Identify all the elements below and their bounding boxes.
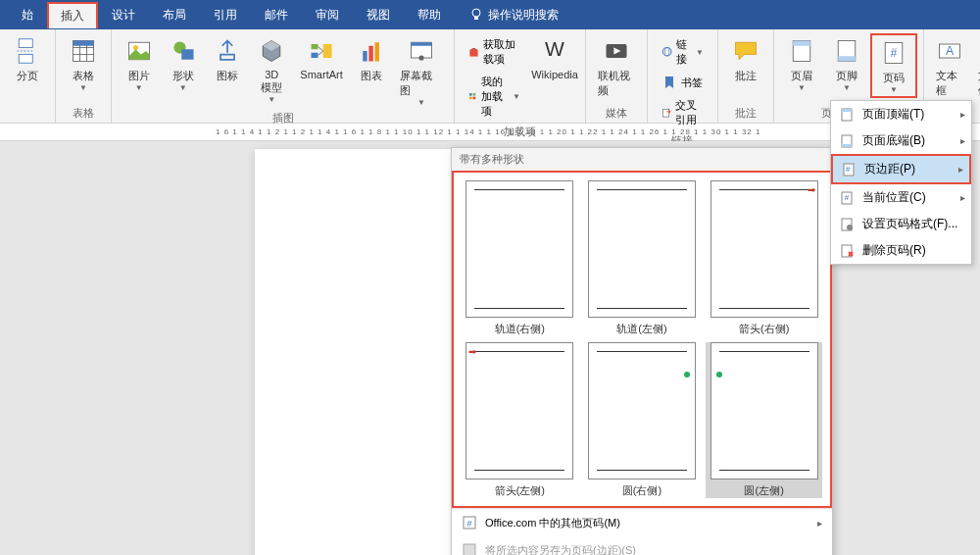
gallery-item-circle-right[interactable]: 圆(右侧) <box>584 342 701 498</box>
picture-icon <box>123 35 155 67</box>
svg-text:A: A <box>946 44 955 58</box>
svg-point-0 <box>472 9 480 17</box>
tab-mail[interactable]: 邮件 <box>251 1 302 29</box>
bookmark-button[interactable]: 书签 <box>658 73 708 92</box>
svg-point-25 <box>418 55 423 60</box>
svg-line-18 <box>318 47 323 51</box>
menu-page-top[interactable]: 页面顶端(T)▸ <box>831 101 971 127</box>
link-icon <box>662 44 672 60</box>
addins-icon <box>468 89 476 105</box>
screenshot-button[interactable]: 屏幕截图▼ <box>394 33 448 109</box>
svg-text:#: # <box>846 165 851 174</box>
page-break-button[interactable]: 分页 <box>6 33 49 85</box>
chart-icon <box>356 35 387 67</box>
bookmark-icon <box>662 75 677 90</box>
menu-page-bottom[interactable]: 页面底端(B)▸ <box>831 127 971 154</box>
svg-text:#: # <box>891 46 898 60</box>
format-icon <box>839 217 855 232</box>
icons-button[interactable]: 图标 <box>206 33 248 85</box>
svg-text:#: # <box>466 519 471 529</box>
gallery-item-arrow-right[interactable]: ➡箭头(右侧) <box>706 180 822 336</box>
office-icon: # <box>462 515 477 530</box>
tab-start[interactable]: 始 <box>8 1 47 29</box>
online-video-button[interactable]: 联机视频 <box>592 33 641 100</box>
shapes-button[interactable]: 形状▼ <box>162 33 204 94</box>
link-button[interactable]: 链接 ▼ <box>658 35 708 69</box>
gallery-header: 带有多种形状 <box>452 148 832 171</box>
table-icon <box>68 35 99 67</box>
svg-rect-22 <box>374 42 378 61</box>
group-comments: 批注 批注 <box>718 29 774 123</box>
comment-icon <box>730 35 761 67</box>
page-number-icon: # <box>878 37 909 69</box>
group-pages: 分页 <box>0 29 56 123</box>
gallery-save-selection[interactable]: 将所选内容另存为页码(边距)(S) <box>452 536 832 555</box>
page-number-menu: 页面顶端(T)▸ 页面底端(B)▸ #页边距(P)▸ #当前位置(C)▸ 设置页… <box>830 100 972 265</box>
menu-remove-page-number[interactable]: 删除页码(R) <box>831 237 971 264</box>
wikipedia-button[interactable]: WWikipedia <box>530 33 579 82</box>
svg-rect-29 <box>469 97 472 100</box>
gallery-item-arrow-left[interactable]: ➡箭头(左侧) <box>462 342 578 498</box>
svg-rect-21 <box>368 46 372 62</box>
menu-current-position[interactable]: #当前位置(C)▸ <box>831 184 971 211</box>
header-button[interactable]: 页眉▼ <box>780 33 823 94</box>
my-addins-button[interactable]: 我的加载项 ▼ <box>465 73 524 121</box>
svg-rect-24 <box>411 42 431 46</box>
video-icon <box>601 35 632 67</box>
footer-icon <box>831 35 862 67</box>
model3d-button[interactable]: 3D 模型▼ <box>251 33 293 106</box>
page-margin-icon: # <box>841 162 857 177</box>
gallery-item-track-right[interactable]: 轨道(右侧) <box>462 180 578 336</box>
gallery-grid: 轨道(右侧) 轨道(左侧) ➡箭头(右侧) ➡箭头(左侧) 圆(右侧) 圆(左侧… <box>452 171 832 508</box>
gallery-office-more[interactable]: #Office.com 中的其他页码(M)▸ <box>452 509 832 536</box>
svg-rect-63 <box>464 544 475 555</box>
search-box[interactable]: 操作说明搜索 <box>455 1 572 29</box>
model3d-icon <box>256 35 287 67</box>
page-number-gallery: 带有多种形状 轨道(右侧) 轨道(左侧) ➡箭头(右侧) ➡箭头(左侧) 圆(右… <box>451 147 833 555</box>
comment-button[interactable]: 批注 <box>724 33 767 85</box>
get-addins-button[interactable]: 获取加载项 <box>465 35 524 69</box>
svg-rect-49 <box>842 109 852 112</box>
page-number-button[interactable]: #页码▼ <box>870 33 917 98</box>
tab-layout[interactable]: 布局 <box>149 1 200 29</box>
menu-format-page-number[interactable]: 设置页码格式(F)... <box>831 211 971 237</box>
svg-rect-14 <box>181 49 193 60</box>
smartart-button[interactable]: SmartArt <box>295 33 348 82</box>
tab-view[interactable]: 视图 <box>353 1 404 29</box>
page-bottom-icon <box>839 133 855 149</box>
gallery-footer: #Office.com 中的其他页码(M)▸ 将所选内容另存为页码(边距)(S) <box>452 508 832 555</box>
tab-design[interactable]: 设计 <box>98 1 149 29</box>
menu-page-margin[interactable]: #页边距(P)▸ <box>831 154 971 184</box>
screenshot-icon <box>406 35 437 67</box>
svg-rect-10 <box>74 41 94 46</box>
picture-button[interactable]: 图片▼ <box>118 33 160 94</box>
svg-rect-51 <box>842 144 852 147</box>
svg-rect-16 <box>312 53 318 58</box>
store-icon <box>468 44 479 60</box>
bulb-icon <box>468 7 484 23</box>
svg-text:W: W <box>545 37 564 60</box>
textbox-button[interactable]: A文本框▼ <box>930 33 970 109</box>
svg-rect-15 <box>312 44 318 49</box>
remove-icon <box>839 243 855 259</box>
icons-icon <box>212 35 243 67</box>
gallery-item-track-left[interactable]: 轨道(左侧) <box>584 180 701 336</box>
tab-help[interactable]: 帮助 <box>404 1 455 29</box>
quickparts-button[interactable]: 文档部件▼ <box>972 33 980 109</box>
svg-rect-1 <box>474 17 478 20</box>
tab-review[interactable]: 审阅 <box>302 1 353 29</box>
chart-button[interactable]: 图表 <box>350 33 392 85</box>
tab-references[interactable]: 引用 <box>200 1 251 29</box>
table-button[interactable]: 表格▼ <box>62 33 105 94</box>
crossref-button[interactable]: 交叉引用 <box>658 96 708 129</box>
textbox-icon: A <box>934 35 965 67</box>
page-break-icon <box>12 35 43 67</box>
footer-button[interactable]: 页脚▼ <box>825 33 868 94</box>
tab-insert[interactable]: 插入 <box>47 2 98 28</box>
svg-point-57 <box>847 225 853 230</box>
crossref-icon <box>662 105 671 121</box>
gallery-item-circle-left[interactable]: 圆(左侧) <box>706 342 822 498</box>
shapes-icon <box>168 35 199 67</box>
svg-rect-3 <box>19 55 32 64</box>
svg-rect-26 <box>470 49 478 56</box>
